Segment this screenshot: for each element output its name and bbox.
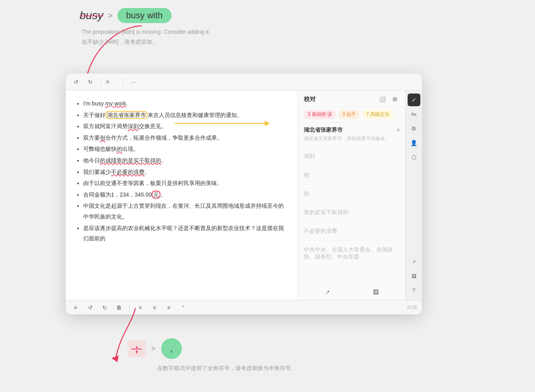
list-item: 他今日的成绩靠的是实干取得的。 xyxy=(83,155,288,166)
highlight-langfei: 不必要的浪费 xyxy=(111,169,144,175)
sidebar-export-btn[interactable]: ↗ xyxy=(408,255,420,268)
sidebar-person-btn[interactable]: 👤 xyxy=(408,137,420,149)
highlight-chuang: 创 xyxy=(100,135,105,141)
desc-zh-text: 似乎缺少 [with]，请考虑添加。 xyxy=(82,39,158,45)
top-annotation: busy > busy with The preposition [with] … xyxy=(80,8,318,47)
bottom-arrow-symbol: > xyxy=(151,345,156,353)
doc-list: I'm busy my work. 关于做好湖北省张家界市来吉人员信息核查和健康… xyxy=(75,98,288,244)
highlight-fullwidth: 元 xyxy=(152,191,160,199)
panel-item-desc-city: 湖北省无张家界市，请核据要手动修改。 xyxy=(304,135,400,142)
panel-content[interactable]: 湖北省张家界市 > 湖北省无张家界市，请核据要手动修改。 深刻 创 的 靠的是实… xyxy=(298,123,405,284)
tab-basic-errors[interactable]: 3 基础错 误 xyxy=(304,110,336,119)
window-body: I'm busy my work. 关于做好湖北省张家界市来吉人员信息核查和健康… xyxy=(66,90,422,300)
desc-en-text: The preposition [with] is missing. Consi… xyxy=(82,29,210,35)
sidebar-check-btn[interactable]: ✓ xyxy=(408,94,420,106)
right-sidebar: ✓ Aa ⚙ 👤 ⬡ ↗ 🖼 ? xyxy=(405,90,422,300)
bottom-redo[interactable]: ↻ xyxy=(99,302,110,313)
panel-item-langfei[interactable]: 不必要的浪费 xyxy=(304,228,400,241)
panel-header: 校对 ⬜ ⊞ xyxy=(298,90,405,107)
panel-item-zhongyang[interactable]: 中共中央、全国人大常委会、全国政协、国务院、中央军委 xyxy=(304,246,400,267)
sidebar-help-btn[interactable]: ? xyxy=(408,284,420,297)
list-item: I'm busy my work. xyxy=(83,98,288,109)
bottom-quote[interactable]: " xyxy=(178,302,189,313)
list-item: 双方就阿富汗局势深刻交换意见。 xyxy=(83,121,288,132)
text-size-label: A· xyxy=(106,79,118,85)
highlight-de: 的 xyxy=(117,146,122,152)
original-word: busy xyxy=(80,9,103,22)
highlight-city: 湖北省张家界市 xyxy=(105,111,148,119)
highlight-kao: 的成绩靠的是实干取得的 xyxy=(100,157,161,164)
bottom-corrected-word: , xyxy=(161,338,182,359)
list-item: 是应该逐步提高的农业机械化水平呢？还是不断普及的新型农业技术？这是摆在我们面前的 xyxy=(83,223,288,244)
bottom-correction-row: ； > , xyxy=(127,338,182,359)
right-panel: 校对 ⬜ ⊞ 3 基础错 误 3 似乎 7 高级文法 湖北省张家界市 > 湖北省… xyxy=(298,90,405,300)
panel-image-btn[interactable]: 🖼 xyxy=(371,287,381,297)
bottom-original-word: ； xyxy=(127,340,146,357)
tab-maybe[interactable]: 3 似乎 xyxy=(338,110,360,119)
list-item: 由于以前交通不变等因素，板栗只是供村民享用的美味。 xyxy=(83,178,288,189)
doc-area[interactable]: I'm busy my work. 关于做好湖北省张家界市来吉人员信息核查和健康… xyxy=(66,90,298,300)
panel-copy-btn[interactable]: ⬜ xyxy=(377,94,387,104)
corrected-word: busy with xyxy=(117,8,172,23)
window-toolbar: ↺ ↻ A· ··· xyxy=(66,74,422,90)
bottom-list1[interactable]: ≡ xyxy=(135,302,146,313)
panel-word-kao: 靠的是实干取得的 xyxy=(304,209,400,216)
correction-row-top: busy > busy with xyxy=(80,8,172,23)
panel-bottom-icons: ↗ 🖼 xyxy=(298,284,405,300)
bottom-annotation: ； > , 在数字格式中使用了全角符号，请考虑替换为半角符号。 xyxy=(127,338,326,372)
toolbar-sep-1 xyxy=(101,78,101,86)
panel-word-chuang: 创 xyxy=(304,172,400,179)
panel-word-langfei: 不必要的浪费 xyxy=(304,228,400,235)
toolbar-sep-2 xyxy=(123,78,123,86)
bottom-list2[interactable]: ≡ xyxy=(149,302,160,313)
sidebar-settings-btn[interactable]: ⚙ xyxy=(408,122,420,135)
bottom-sep xyxy=(129,304,130,311)
sidebar-format-btn[interactable]: Aa xyxy=(408,108,420,121)
sidebar-image-btn[interactable]: 🖼 xyxy=(408,270,420,283)
svg-marker-3 xyxy=(111,355,119,362)
word-count: 3/1页 xyxy=(407,304,417,310)
panel-item-city[interactable]: 湖北省张家界市 > 湖北省无张家界市，请核据要手动修改。 xyxy=(304,127,400,147)
bottom-text-size[interactable]: A· xyxy=(70,302,82,313)
refresh-btn[interactable]: ↺ xyxy=(70,76,82,88)
bottom-undo[interactable]: ↺ xyxy=(85,302,96,313)
bottom-bold[interactable]: B xyxy=(113,302,125,313)
list-item: 合同金额为1，234，345.00元。 xyxy=(83,189,288,200)
bottom-list3[interactable]: ≡ xyxy=(163,302,174,313)
list-item: 我们要减少不必要的浪费。 xyxy=(83,167,288,177)
annotation-desc-en: The preposition [with] is missing. Consi… xyxy=(82,27,210,47)
sidebar-share-btn[interactable]: ⬡ xyxy=(408,151,420,164)
list-item: 中国文化是起源于上古贯穿到现在，在黄河、长江及其周围地域形成并持续至今的中华民族… xyxy=(83,201,288,222)
highlight-shenke: 深刻 xyxy=(128,123,139,129)
panel-title: 校对 xyxy=(304,96,316,103)
list-item: 可弊端也极快的出现。 xyxy=(83,144,288,154)
list-item: 关于做好湖北省张家界市来吉人员信息核查和健康管理的通知。 xyxy=(83,110,288,121)
more-btn[interactable]: ··· xyxy=(128,76,139,88)
panel-header-icons: ⬜ ⊞ xyxy=(377,94,400,104)
list-item: 双方要创合作方式，拓展合作领域，争取更多合作成果。 xyxy=(83,133,288,143)
panel-item-shenke[interactable]: 深刻 xyxy=(304,153,400,166)
city-title-text: 湖北省张家界市 xyxy=(304,127,343,134)
panel-export-btn[interactable]: ↗ xyxy=(323,287,332,297)
panel-item-de[interactable]: 的 xyxy=(304,190,400,203)
doc-bottom-bar: A· ↺ ↻ B ≡ ≡ ≡ " 3/1页 xyxy=(66,300,422,314)
arrow-symbol: > xyxy=(108,11,113,20)
main-window: ↺ ↻ A· ··· I'm busy my work. 关于做好湖北省张家界市… xyxy=(66,74,422,314)
panel-word-shenke: 深刻 xyxy=(304,153,400,160)
panel-item-title-city: 湖北省张家界市 > xyxy=(304,127,400,134)
panel-settings-btn[interactable]: ⊞ xyxy=(390,94,400,104)
forward-btn[interactable]: ↻ xyxy=(85,76,96,88)
bottom-annotation-desc: 在数字格式中使用了全角符号，请考虑替换为半角符号。 xyxy=(127,365,326,372)
highlight-busy: my work xyxy=(105,100,126,107)
city-chevron: > xyxy=(397,127,400,133)
panel-tabs: 3 基础错 误 3 似乎 7 高级文法 xyxy=(298,107,405,123)
panel-word-de: 的 xyxy=(304,190,400,197)
tab-advanced[interactable]: 7 高级文法 xyxy=(362,110,393,119)
panel-word-zhongyang: 中共中央、全国人大常委会、全国政协、国务院、中央军委 xyxy=(304,246,400,261)
panel-item-chuang[interactable]: 创 xyxy=(304,172,400,185)
panel-item-kao[interactable]: 靠的是实干取得的 xyxy=(304,209,400,222)
